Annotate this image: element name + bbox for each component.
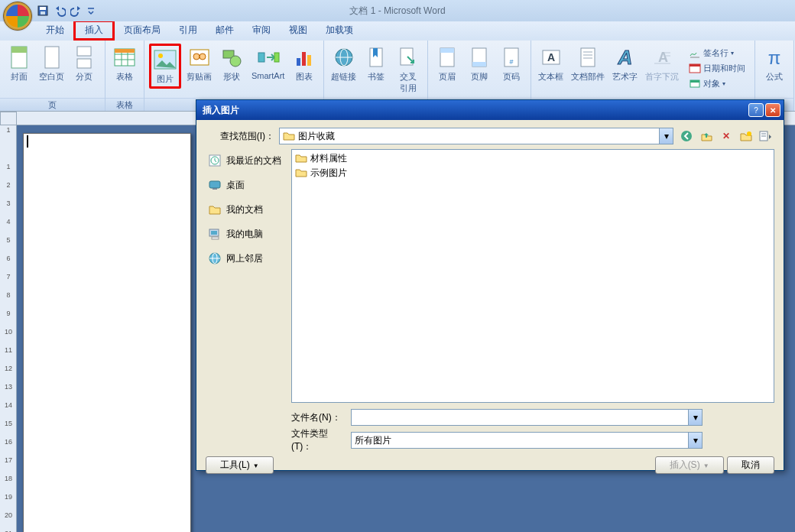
computer-icon: [208, 227, 222, 241]
svg-text:π: π: [768, 47, 781, 68]
tab-addins[interactable]: 加载项: [316, 20, 362, 41]
hyperlink-button[interactable]: 超链接: [329, 44, 359, 84]
lookin-combo[interactable]: 图片收藏 ▾: [279, 128, 673, 144]
dialog-title: 插入图片: [200, 104, 239, 117]
group-page-label: 页: [0, 98, 105, 111]
place-recent[interactable]: 我最近的文档: [206, 151, 287, 170]
blank-page-icon: [40, 45, 64, 70]
svg-rect-34: [472, 62, 486, 66]
place-desktop[interactable]: 桌面: [206, 175, 287, 195]
svg-text:A: A: [618, 46, 633, 69]
chevron-down-icon[interactable]: ▾: [688, 433, 702, 448]
cover-page-button[interactable]: 封面: [5, 44, 34, 84]
tab-review[interactable]: 审阅: [243, 20, 280, 41]
svg-text:A: A: [658, 50, 668, 65]
smartart-button[interactable]: SmartArt: [249, 44, 287, 82]
page-break-button[interactable]: 分页: [70, 44, 99, 84]
svg-rect-24: [302, 52, 306, 66]
svg-rect-50: [690, 64, 700, 66]
new-folder-icon[interactable]: [738, 128, 754, 144]
table-icon: [112, 45, 137, 70]
desktop-icon: [208, 178, 222, 192]
tab-references[interactable]: 引用: [170, 20, 206, 41]
clipart-button[interactable]: 剪贴画: [184, 44, 214, 84]
svg-point-17: [193, 54, 200, 60]
dialog-close-button[interactable]: ✕: [765, 103, 780, 117]
ruler-vertical[interactable]: 112345678910111213141516171819202122: [0, 125, 17, 532]
wordparts-button[interactable]: 文档部件: [569, 44, 607, 84]
ribbon-tabs: 开始 插入 页面布局 引用 邮件 审阅 视图 加载项: [0, 21, 795, 41]
svg-point-20: [230, 56, 241, 66]
svg-text:#: #: [510, 58, 514, 66]
shapes-button[interactable]: 形状: [217, 44, 246, 84]
object-button[interactable]: 对象▾: [687, 76, 747, 91]
insert-picture-dialog: 插入图片 ? ✕ 查找范围(I)： 图片收藏 ▾ ✕ 我最近的文档: [196, 99, 784, 471]
smartart-icon: [256, 45, 281, 70]
save-icon[interactable]: [37, 5, 49, 17]
svg-rect-25: [307, 55, 311, 66]
ruler-corner: [0, 112, 17, 125]
pagenum-button[interactable]: # 页码: [497, 44, 526, 84]
filetype-combo[interactable]: 所有图片 ▾: [351, 432, 703, 449]
equation-button[interactable]: π 公式: [760, 44, 789, 84]
object-icon: [689, 77, 701, 89]
chevron-down-icon[interactable]: ▾: [659, 128, 673, 144]
blank-page-button[interactable]: 空白页: [37, 44, 67, 84]
views-icon[interactable]: [758, 128, 774, 144]
delete-icon[interactable]: ✕: [718, 128, 735, 144]
app-title: 文档 1 - Microsoft Word: [349, 5, 445, 18]
insert-button[interactable]: 插入(S)▼: [655, 456, 724, 474]
tab-view[interactable]: 视图: [280, 20, 316, 41]
titlebar: 文档 1 - Microsoft Word: [0, 0, 795, 21]
up-one-level-icon[interactable]: [698, 128, 715, 144]
qat-customize-icon[interactable]: [87, 5, 99, 17]
cancel-button[interactable]: 取消: [727, 456, 774, 474]
datetime-button[interactable]: 日期和时间: [687, 60, 747, 76]
shapes-icon: [219, 45, 244, 70]
place-network[interactable]: 网上邻居: [206, 248, 287, 268]
filename-input[interactable]: ▾: [351, 409, 703, 426]
file-item[interactable]: 材料属性: [294, 151, 772, 166]
tab-insert[interactable]: 插入: [73, 20, 115, 41]
header-icon: [435, 45, 459, 70]
page[interactable]: [23, 133, 191, 532]
wordart-button[interactable]: A 艺术字: [610, 44, 640, 84]
picture-button[interactable]: 图片: [149, 44, 181, 89]
tab-layout[interactable]: 页面布局: [115, 20, 170, 41]
places-bar: 我最近的文档 桌面 我的文档 我的电脑 网上邻居: [206, 149, 287, 403]
chevron-down-icon[interactable]: ▾: [688, 410, 702, 425]
footer-button[interactable]: 页脚: [465, 44, 494, 84]
place-mydocs[interactable]: 我的文档: [206, 200, 287, 219]
chart-button[interactable]: 图表: [290, 44, 319, 84]
office-button[interactable]: [3, 2, 32, 31]
dialog-titlebar[interactable]: 插入图片 ? ✕: [196, 100, 784, 120]
filetype-label: 文件类型(T)：: [291, 427, 346, 453]
redo-icon[interactable]: [70, 5, 83, 17]
svg-rect-61: [209, 181, 220, 188]
tab-home[interactable]: 开始: [37, 20, 73, 41]
header-button[interactable]: 页眉: [433, 44, 462, 84]
back-icon[interactable]: [678, 128, 695, 144]
svg-rect-1: [40, 7, 46, 10]
crossref-icon: [396, 45, 420, 70]
group-table-label: 表格: [105, 98, 144, 111]
textbox-button[interactable]: A 文本框: [536, 44, 566, 84]
file-list[interactable]: 材料属性示例图片: [291, 149, 774, 403]
folder-icon: [295, 167, 307, 180]
wordart-icon: A: [613, 45, 638, 70]
bookmark-button[interactable]: 书签: [362, 44, 391, 84]
dialog-help-button[interactable]: ?: [748, 103, 764, 117]
dropcap-button[interactable]: A 首字下沉: [643, 44, 681, 84]
tab-mail[interactable]: 邮件: [206, 20, 243, 41]
undo-icon[interactable]: [54, 5, 66, 17]
place-mycomputer[interactable]: 我的电脑: [206, 224, 287, 244]
tools-button[interactable]: 工具(L)▼: [206, 456, 274, 474]
svg-rect-62: [213, 188, 217, 190]
table-button[interactable]: 表格: [110, 44, 139, 84]
file-item[interactable]: 示例图片: [294, 166, 772, 180]
svg-rect-13: [115, 49, 135, 53]
signature-button[interactable]: 签名行▾: [687, 45, 747, 60]
crossref-button[interactable]: 交叉 引用: [394, 44, 423, 96]
svg-rect-52: [690, 80, 699, 83]
textbox-icon: A: [539, 45, 563, 70]
